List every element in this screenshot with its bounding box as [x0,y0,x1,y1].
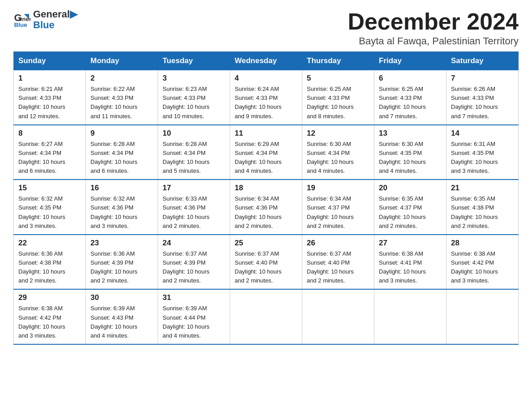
day-info: Sunrise: 6:32 AM Sunset: 4:35 PM Dayligh… [18,194,81,231]
calendar-cell: 21 Sunrise: 6:35 AM Sunset: 4:38 PM Dayl… [446,180,519,235]
day-info: Sunrise: 6:21 AM Sunset: 4:33 PM Dayligh… [18,85,81,121]
calendar-table: SundayMondayTuesdayWednesdayThursdayFrid… [13,51,519,345]
month-title: December 2024 [348,9,519,34]
day-info: Sunrise: 6:24 AM Sunset: 4:33 PM Dayligh… [235,85,297,121]
day-number: 3 [163,74,225,83]
calendar-header-row: SundayMondayTuesdayWednesdayThursdayFrid… [14,52,519,70]
day-info: Sunrise: 6:27 AM Sunset: 4:34 PM Dayligh… [18,140,81,176]
calendar-cell [230,289,302,344]
day-number: 15 [18,184,81,193]
calendar-cell: 14 Sunrise: 6:31 AM Sunset: 4:35 PM Dayl… [446,125,519,180]
day-info: Sunrise: 6:29 AM Sunset: 4:34 PM Dayligh… [235,140,297,176]
calendar-week-row: 22 Sunrise: 6:36 AM Sunset: 4:38 PM Dayl… [14,235,519,290]
day-of-week-header: Wednesday [230,52,302,70]
calendar-cell: 28 Sunrise: 6:38 AM Sunset: 4:42 PM Dayl… [446,235,519,290]
day-number: 31 [163,293,225,302]
calendar-cell: 1 Sunrise: 6:21 AM Sunset: 4:33 PM Dayli… [14,70,86,125]
day-number: 23 [90,239,153,248]
day-info: Sunrise: 6:38 AM Sunset: 4:42 PM Dayligh… [18,304,81,340]
day-info: Sunrise: 6:30 AM Sunset: 4:35 PM Dayligh… [379,140,442,176]
day-number: 25 [235,239,297,248]
day-number: 22 [18,239,81,248]
day-number: 29 [18,293,81,302]
day-info: Sunrise: 6:39 AM Sunset: 4:43 PM Dayligh… [90,304,153,340]
calendar-cell: 7 Sunrise: 6:26 AM Sunset: 4:33 PM Dayli… [446,70,519,125]
day-number: 14 [451,129,514,138]
calendar-cell [446,289,519,344]
calendar-cell: 11 Sunrise: 6:29 AM Sunset: 4:34 PM Dayl… [230,125,302,180]
day-number: 28 [451,239,514,248]
day-number: 1 [18,74,81,83]
day-info: Sunrise: 6:37 AM Sunset: 4:40 PM Dayligh… [235,249,297,286]
day-number: 2 [90,74,153,83]
day-number: 10 [163,129,225,138]
calendar-cell: 6 Sunrise: 6:25 AM Sunset: 4:33 PM Dayli… [374,70,446,125]
calendar-cell: 30 Sunrise: 6:39 AM Sunset: 4:43 PM Dayl… [86,289,158,344]
calendar-cell: 10 Sunrise: 6:28 AM Sunset: 4:34 PM Dayl… [158,125,230,180]
day-number: 8 [18,129,81,138]
day-info: Sunrise: 6:23 AM Sunset: 4:33 PM Dayligh… [163,85,225,121]
calendar-cell [374,289,446,344]
day-info: Sunrise: 6:39 AM Sunset: 4:44 PM Dayligh… [163,304,225,340]
calendar-cell: 12 Sunrise: 6:30 AM Sunset: 4:34 PM Dayl… [302,125,374,180]
calendar-cell: 9 Sunrise: 6:28 AM Sunset: 4:34 PM Dayli… [86,125,158,180]
calendar-cell: 19 Sunrise: 6:34 AM Sunset: 4:37 PM Dayl… [302,180,374,235]
page-header: G eneral Blue General▶ Blue December 202… [13,9,519,47]
logo-text: General▶ Blue [33,9,77,30]
day-number: 4 [235,74,297,83]
calendar-cell: 18 Sunrise: 6:34 AM Sunset: 4:36 PM Dayl… [230,180,302,235]
day-info: Sunrise: 6:32 AM Sunset: 4:36 PM Dayligh… [90,194,153,231]
day-number: 26 [307,239,369,248]
day-number: 24 [163,239,225,248]
calendar-week-row: 15 Sunrise: 6:32 AM Sunset: 4:35 PM Dayl… [14,180,519,235]
svg-text:Blue: Blue [14,21,28,28]
calendar-week-row: 29 Sunrise: 6:38 AM Sunset: 4:42 PM Dayl… [14,289,519,344]
calendar-cell: 29 Sunrise: 6:38 AM Sunset: 4:42 PM Dayl… [14,289,86,344]
calendar-cell [302,289,374,344]
calendar-cell: 24 Sunrise: 6:37 AM Sunset: 4:39 PM Dayl… [158,235,230,290]
calendar-cell: 23 Sunrise: 6:36 AM Sunset: 4:39 PM Dayl… [86,235,158,290]
title-block: December 2024 Bayta al Fawqa, Palestinia… [348,9,519,47]
day-info: Sunrise: 6:37 AM Sunset: 4:40 PM Dayligh… [307,249,369,286]
calendar-cell: 16 Sunrise: 6:32 AM Sunset: 4:36 PM Dayl… [86,180,158,235]
day-number: 20 [379,184,442,193]
day-info: Sunrise: 6:38 AM Sunset: 4:41 PM Dayligh… [379,249,442,286]
day-info: Sunrise: 6:36 AM Sunset: 4:39 PM Dayligh… [90,249,153,286]
day-number: 5 [307,74,369,83]
day-info: Sunrise: 6:28 AM Sunset: 4:34 PM Dayligh… [90,140,153,176]
day-of-week-header: Thursday [302,52,374,70]
day-info: Sunrise: 6:26 AM Sunset: 4:33 PM Dayligh… [451,85,514,121]
logo-icon: G eneral Blue [13,11,30,28]
day-info: Sunrise: 6:31 AM Sunset: 4:35 PM Dayligh… [451,140,514,176]
day-number: 11 [235,129,297,138]
day-of-week-header: Sunday [14,52,86,70]
location-subtitle: Bayta al Fawqa, Palestinian Territory [348,35,519,47]
day-info: Sunrise: 6:34 AM Sunset: 4:36 PM Dayligh… [235,194,297,231]
calendar-cell: 17 Sunrise: 6:33 AM Sunset: 4:36 PM Dayl… [158,180,230,235]
day-info: Sunrise: 6:30 AM Sunset: 4:34 PM Dayligh… [307,140,369,176]
day-info: Sunrise: 6:35 AM Sunset: 4:37 PM Dayligh… [379,194,442,231]
calendar-cell: 3 Sunrise: 6:23 AM Sunset: 4:33 PM Dayli… [158,70,230,125]
day-of-week-header: Saturday [446,52,519,70]
day-number: 6 [379,74,442,83]
day-number: 18 [235,184,297,193]
day-info: Sunrise: 6:35 AM Sunset: 4:38 PM Dayligh… [451,194,514,231]
calendar-cell: 15 Sunrise: 6:32 AM Sunset: 4:35 PM Dayl… [14,180,86,235]
day-number: 21 [451,184,514,193]
calendar-cell: 13 Sunrise: 6:30 AM Sunset: 4:35 PM Dayl… [374,125,446,180]
day-info: Sunrise: 6:36 AM Sunset: 4:38 PM Dayligh… [18,249,81,286]
day-info: Sunrise: 6:37 AM Sunset: 4:39 PM Dayligh… [163,249,225,286]
calendar-cell: 5 Sunrise: 6:25 AM Sunset: 4:33 PM Dayli… [302,70,374,125]
day-info: Sunrise: 6:28 AM Sunset: 4:34 PM Dayligh… [163,140,225,176]
calendar-cell: 31 Sunrise: 6:39 AM Sunset: 4:44 PM Dayl… [158,289,230,344]
calendar-cell: 2 Sunrise: 6:22 AM Sunset: 4:33 PM Dayli… [86,70,158,125]
calendar-week-row: 1 Sunrise: 6:21 AM Sunset: 4:33 PM Dayli… [14,70,519,125]
day-number: 12 [307,129,369,138]
day-number: 19 [307,184,369,193]
calendar-cell: 25 Sunrise: 6:37 AM Sunset: 4:40 PM Dayl… [230,235,302,290]
day-number: 9 [90,129,153,138]
calendar-cell: 4 Sunrise: 6:24 AM Sunset: 4:33 PM Dayli… [230,70,302,125]
calendar-cell: 27 Sunrise: 6:38 AM Sunset: 4:41 PM Dayl… [374,235,446,290]
day-info: Sunrise: 6:38 AM Sunset: 4:42 PM Dayligh… [451,249,514,286]
day-of-week-header: Tuesday [158,52,230,70]
